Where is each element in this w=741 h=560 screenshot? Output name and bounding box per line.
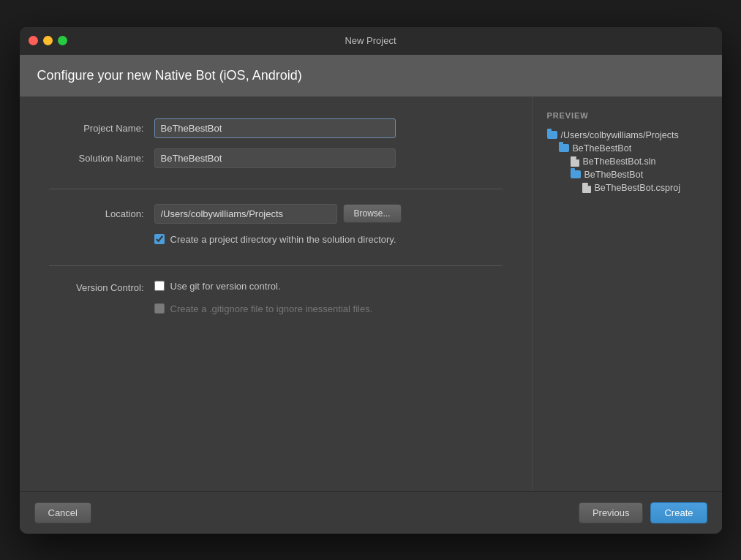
dialog-header: Configure your new Native Bot (iOS, Andr… — [20, 55, 722, 97]
tree-item-label: BeTheBestBot.csproj — [595, 183, 680, 193]
close-button[interactable] — [29, 36, 38, 45]
divider-1 — [49, 189, 503, 189]
location-input[interactable] — [154, 204, 337, 224]
tree-item: BeTheBestBot — [547, 168, 707, 181]
solution-name-input[interactable] — [154, 148, 396, 168]
folder-icon — [559, 144, 569, 152]
create-button[interactable]: Create — [650, 502, 707, 523]
create-project-dir-label: Create a project directory within the so… — [170, 234, 396, 245]
tree-item-label: /Users/colbywilliams/Projects — [561, 130, 679, 140]
use-git-label: Use git for version control. — [170, 281, 281, 292]
version-control-options: Use git for version control. Create a .g… — [154, 281, 373, 320]
dialog-content: Project Name: Solution Name: Location: B… — [20, 97, 722, 491]
create-gitignore-label: Create a .gitignore file to ignore iness… — [170, 303, 373, 314]
dialog-footer: Cancel Previous Create — [20, 491, 722, 534]
solution-name-label: Solution Name: — [49, 153, 144, 164]
folder-icon — [547, 131, 557, 139]
file-icon — [582, 183, 591, 193]
version-control-label: Version Control: — [49, 281, 144, 293]
dialog-title: Configure your new Native Bot (iOS, Andr… — [37, 68, 302, 83]
tree-item-label: BeTheBestBot — [584, 170, 644, 180]
title-bar: New Project — [20, 27, 722, 55]
tree-item: /Users/colbywilliams/Projects — [547, 129, 707, 142]
project-name-label: Project Name: — [49, 123, 144, 134]
traffic-lights — [29, 36, 67, 45]
file-icon — [571, 156, 579, 167]
location-row: Location: Browse... — [49, 204, 503, 224]
tree-item: BeTheBestBot.sln — [547, 155, 707, 168]
use-git-checkbox[interactable] — [154, 281, 165, 291]
tree-item-label: BeTheBestBot.sln — [583, 156, 656, 167]
previous-button[interactable]: Previous — [579, 502, 644, 523]
version-control-section: Version Control: Use git for version con… — [49, 281, 503, 320]
window: New Project Configure your new Native Bo… — [20, 27, 722, 534]
use-git-row: Use git for version control. — [154, 281, 373, 292]
minimize-button[interactable] — [43, 36, 53, 45]
main-panel: Project Name: Solution Name: Location: B… — [20, 97, 532, 491]
project-name-section: Project Name: Solution Name: — [49, 118, 503, 168]
preview-panel: PREVIEW /Users/colbywilliams/Projects Be… — [532, 97, 722, 491]
create-gitignore-row: Create a .gitignore file to ignore iness… — [154, 303, 373, 314]
tree-item: BeTheBestBot — [547, 142, 707, 155]
project-name-row: Project Name: — [49, 118, 503, 138]
create-project-dir-checkbox[interactable] — [154, 234, 165, 244]
browse-button[interactable]: Browse... — [343, 204, 402, 223]
create-gitignore-checkbox[interactable] — [154, 303, 165, 314]
folder-icon — [571, 170, 581, 178]
preview-title: PREVIEW — [547, 111, 707, 120]
create-project-dir-row: Create a project directory within the so… — [49, 234, 503, 245]
divider-2 — [49, 265, 503, 266]
project-name-input[interactable] — [154, 118, 396, 138]
location-section: Location: Browse... Create a project dir… — [49, 204, 503, 245]
footer-right-buttons: Previous Create — [579, 502, 707, 523]
window-title: New Project — [345, 35, 396, 46]
location-label: Location: — [49, 208, 144, 219]
tree-item-label: BeTheBestBot — [573, 143, 632, 154]
solution-name-row: Solution Name: — [49, 148, 503, 168]
tree-item: BeTheBestBot.csproj — [547, 181, 707, 194]
maximize-button[interactable] — [58, 36, 67, 45]
cancel-button[interactable]: Cancel — [34, 502, 91, 523]
